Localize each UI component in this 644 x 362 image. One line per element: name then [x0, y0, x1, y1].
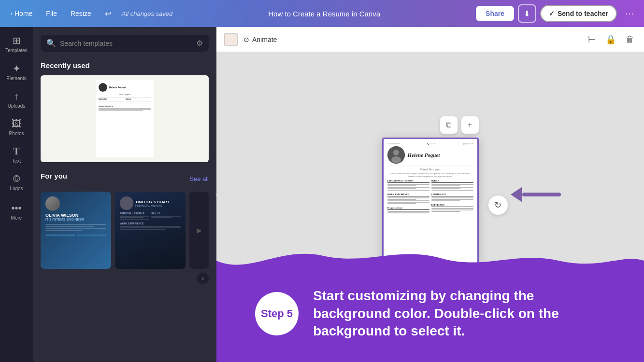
filter-icon[interactable]: ⚙: [196, 39, 203, 48]
mini-text-line: [126, 102, 143, 102]
divider-line: [99, 97, 151, 97]
work-header: WORK EXPERIENCE: [387, 193, 429, 196]
arrow-body: [522, 193, 561, 196]
more-apps-icon: •••: [11, 203, 21, 214]
sidebar-item-text[interactable]: T Text: [2, 142, 31, 167]
see-all-link[interactable]: See all: [189, 175, 209, 182]
undo-button[interactable]: ↩: [100, 6, 116, 21]
resize-button[interactable]: Resize: [66, 7, 96, 20]
resume-header: Helene Poquet: [387, 146, 473, 166]
more-icon: ⋯: [625, 8, 634, 19]
share-button[interactable]: Share: [476, 6, 514, 21]
templates-label: Templates: [5, 48, 28, 53]
card-name: OLIVIA WILSON: [45, 213, 106, 218]
photos-label: Photos: [9, 131, 24, 136]
for-you-grid: OLIVIA WILSON IT SYSTEMS ENGINEER: [41, 192, 209, 269]
left-panel: 🔍 ⚙ Recently used Helene Poquet Visual D…: [33, 27, 216, 362]
mini-text-line: [99, 110, 143, 111]
main-layout: ⊞ Templates ✦ Elements ↑ Uploads 🖼 Photo…: [0, 27, 644, 362]
lock-button[interactable]: 🔒: [603, 32, 618, 47]
elements-icon: ✦: [13, 63, 21, 74]
mini-job-title: Visual Designer: [99, 94, 151, 96]
template-card-dark[interactable]: TIMOTHY STUART FINANCIAL ANALYST PERSONA…: [115, 192, 186, 269]
resume-card[interactable]: ✉ helene@email.com 📞 +1 234 567 🔗 portfo…: [382, 138, 479, 273]
saved-status: All changes saved: [122, 10, 173, 17]
mini-text-line: [99, 103, 124, 103]
mini-text-line: [99, 108, 151, 109]
mini-text-line: [126, 101, 151, 101]
file-button[interactable]: File: [41, 7, 62, 20]
arrange-button[interactable]: ⊢: [586, 32, 598, 47]
recently-used-section: Recently used Helene Poquet Visual Desig…: [41, 61, 209, 162]
resume-name: Helene Poquet: [408, 152, 440, 158]
uploads-icon: ↑: [14, 91, 19, 102]
duplicate-button[interactable]: ⧉: [440, 116, 458, 134]
recently-used-template[interactable]: Helene Poquet Visual Designer EDUCATION: [41, 75, 209, 162]
panel-collapse-toggle[interactable]: ‹: [211, 183, 216, 206]
sidebar-item-elements[interactable]: ✦ Elements: [2, 59, 31, 85]
mini-text-line: [126, 103, 151, 103]
mini-resume-preview: Helene Poquet Visual Designer EDUCATION: [96, 80, 154, 157]
add-page-button[interactable]: + Add page: [382, 280, 479, 298]
refresh-button[interactable]: ↻: [488, 195, 508, 215]
canvas-content[interactable]: ⧉ + ↻: [216, 52, 644, 362]
home-button[interactable]: ‹ Home: [6, 7, 37, 20]
undo-icon: ↩: [105, 9, 111, 18]
sidebar-item-logos[interactable]: © Logos: [2, 169, 31, 195]
search-bar: 🔍 ⚙: [41, 35, 209, 52]
resume-avatar: [387, 146, 405, 164]
zoom-indicator: 24%: [616, 345, 636, 356]
resize-label: Resize: [71, 10, 91, 17]
search-input[interactable]: [60, 40, 192, 47]
resume-contact-row: ✉ helene@email.com 📞 +1 234 567 🔗 portfo…: [387, 143, 473, 145]
sidebar-item-more[interactable]: ••• More: [2, 199, 31, 224]
color-swatch[interactable]: [224, 33, 238, 46]
resume-columns: EDUCATIONAL HISTORY WORK EXPERIENCE: [387, 180, 473, 214]
checkmark-icon: ✓: [549, 10, 555, 17]
animate-button[interactable]: ⊙ Animate: [243, 36, 277, 43]
delete-button[interactable]: 🗑: [624, 32, 636, 47]
mini-text-line: [99, 101, 124, 101]
sidebar-item-photos[interactable]: 🖼 Photos: [2, 114, 31, 140]
home-label: Home: [14, 10, 32, 17]
toolbar-right: ⊢ 🔒 🗑: [586, 32, 636, 47]
mini-avatar: [99, 83, 107, 92]
add-section-button[interactable]: +: [461, 116, 479, 134]
for-you-header: For you See all: [41, 172, 209, 186]
resume-left-col: EDUCATIONAL HISTORY WORK EXPERIENCE: [387, 180, 429, 214]
arrow-head: [511, 187, 522, 202]
mini-text-line: [99, 102, 114, 102]
sidebar-item-uploads[interactable]: ↑ Uploads: [2, 87, 31, 112]
refresh-icon: ↻: [494, 200, 501, 210]
lock-icon: 🔒: [605, 35, 616, 44]
nav-right-actions: Share ⬇ ✓ Send to teacher ⋯: [476, 4, 638, 23]
svg-point-1: [393, 150, 399, 155]
skills-header: SKILLS: [431, 180, 473, 183]
cert-header: CERTIFICATE: [431, 193, 473, 196]
text-icon: T: [13, 146, 19, 157]
mini-text-line: [99, 109, 151, 110]
recently-used-title: Recently used: [41, 61, 209, 70]
text-label: Text: [12, 158, 21, 164]
animate-label: Animate: [252, 36, 277, 43]
template-card-blue[interactable]: OLIVIA WILSON IT SYSTEMS ENGINEER: [41, 192, 111, 269]
more-label: More: [11, 215, 22, 221]
for-you-section: For you See all OLIVIA WILSON IT SYSTEMS…: [41, 172, 209, 284]
send-to-teacher-button[interactable]: ✓ Send to teacher: [540, 5, 617, 22]
canvas-toolbar: ⊙ Animate ⊢ 🔒 🗑: [216, 27, 644, 52]
resume-right-col: SKILLS CERTIFICATE: [431, 180, 473, 214]
tutorial-arrow: [512, 187, 561, 202]
document-title: How to Create a Resume in Canva: [176, 10, 472, 18]
more-options-button[interactable]: ⋯: [621, 6, 638, 21]
card-avatar: [45, 196, 60, 211]
sidebar-item-templates[interactable]: ⊞ Templates: [2, 31, 31, 57]
resume-job-title: Visual Designer: [387, 168, 473, 171]
resume-intro: I am a professional visual designer and …: [387, 172, 473, 178]
canvas-area: ⊙ Animate ⊢ 🔒 🗑 ⧉: [216, 27, 644, 362]
download-button[interactable]: ⬇: [518, 4, 536, 23]
scroll-right-button[interactable]: ›: [197, 273, 209, 284]
elements-label: Elements: [6, 76, 27, 81]
photos-icon: 🖼: [12, 118, 21, 129]
resume-wrapper: ⧉ + ↻: [382, 116, 479, 298]
design-header: Design Assistant: [387, 207, 429, 210]
